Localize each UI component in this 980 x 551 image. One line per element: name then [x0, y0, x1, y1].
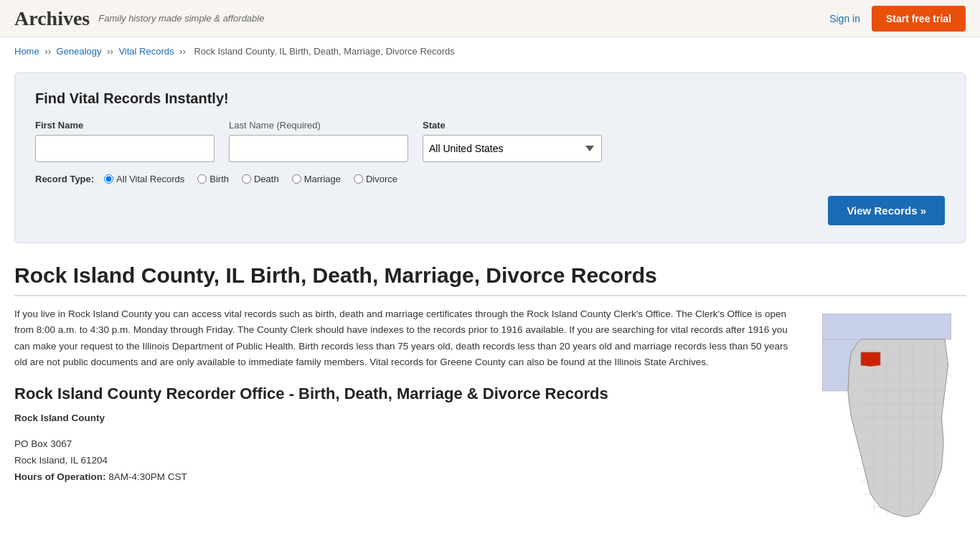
state-select[interactable]: All United States [423, 135, 602, 162]
state-label: State [423, 120, 602, 131]
last-name-field: Last Name (Required) [229, 120, 408, 162]
radio-all-vital[interactable]: All Vital Records [104, 174, 184, 184]
first-name-label: First Name [35, 120, 215, 131]
breadcrumb: Home ›› Genealogy ›› Vital Records ›› Ro… [0, 37, 980, 65]
first-name-field: First Name [35, 120, 215, 162]
office-po: PO Box 3067 [14, 436, 801, 453]
start-trial-button[interactable]: Start free trial [872, 6, 966, 32]
breadcrumb-sep-1: ›› [44, 46, 53, 57]
radio-input-marriage[interactable] [292, 174, 301, 184]
radio-death[interactable]: Death [242, 174, 279, 184]
section-title: Rock Island County Recorder Office - Bir… [14, 385, 801, 403]
office-city: Rock Island, IL 61204 [14, 453, 801, 469]
search-box: Find Vital Records Instantly! First Name… [14, 72, 966, 243]
last-name-label: Last Name (Required) [229, 120, 408, 131]
office-address: PO Box 3067 Rock Island, IL 61204 Hours … [14, 436, 801, 486]
radio-label-birth: Birth [209, 174, 229, 184]
search-title: Find Vital Records Instantly! [35, 90, 945, 107]
content-text: If you live in Rock Island County you ca… [14, 306, 801, 522]
record-type-row: Record Type: All Vital Records Birth Dea… [35, 174, 945, 184]
breadcrumb-vital-records[interactable]: Vital Records [118, 46, 174, 57]
main-content: Find Vital Records Instantly! First Name… [0, 65, 980, 537]
radio-label-divorce: Divorce [366, 174, 397, 184]
illinois-map [822, 314, 951, 520]
header-left: Archives Family history made simple & af… [14, 7, 264, 30]
view-records-button[interactable]: View Records » [828, 196, 945, 225]
content-section: If you live in Rock Island County you ca… [14, 306, 966, 522]
record-type-label: Record Type: [35, 174, 94, 184]
radio-birth[interactable]: Birth [197, 174, 229, 184]
page-title: Rock Island County, IL Birth, Death, Mar… [14, 263, 966, 296]
logo: Archives [14, 7, 90, 30]
radio-input-all[interactable] [104, 174, 113, 184]
breadcrumb-sep-3: ›› [179, 46, 188, 57]
description-paragraph: If you live in Rock Island County you ca… [14, 306, 801, 370]
breadcrumb-home[interactable]: Home [14, 46, 39, 57]
neighbor-state-n [822, 314, 951, 339]
map-container [822, 314, 966, 522]
office-hours-label: Hours of Operation: [14, 471, 106, 482]
first-name-input[interactable] [35, 135, 215, 162]
radio-input-divorce[interactable] [354, 174, 363, 184]
radio-divorce[interactable]: Divorce [354, 174, 397, 184]
radio-marriage[interactable]: Marriage [292, 174, 341, 184]
radio-input-death[interactable] [242, 174, 251, 184]
illinois-outline [848, 339, 948, 517]
radio-label-marriage: Marriage [304, 174, 341, 184]
rock-island-highlight [861, 352, 880, 367]
breadcrumb-current: Rock Island County, IL Birth, Death, Mar… [194, 46, 454, 57]
office-hours-text: 8AM-4:30PM CST [108, 471, 187, 482]
sign-in-link[interactable]: Sign in [829, 13, 860, 24]
last-name-input[interactable] [229, 135, 408, 162]
radio-label-all: All Vital Records [116, 174, 184, 184]
office-info: Rock Island County PO Box 3067 Rock Isla… [14, 410, 801, 486]
radio-input-birth[interactable] [197, 174, 207, 184]
site-header: Archives Family history made simple & af… [0, 0, 980, 37]
radio-label-death: Death [254, 174, 279, 184]
search-fields: First Name Last Name (Required) State Al… [35, 120, 945, 162]
office-name: Rock Island County [14, 410, 801, 426]
breadcrumb-sep-2: ›› [107, 46, 116, 57]
header-right: Sign in Start free trial [829, 6, 966, 32]
state-field: State All United States [423, 120, 602, 162]
breadcrumb-genealogy[interactable]: Genealogy [57, 46, 102, 57]
tagline: Family history made simple & affordable [98, 13, 264, 24]
office-hours: Hours of Operation: 8AM-4:30PM CST [14, 469, 801, 486]
